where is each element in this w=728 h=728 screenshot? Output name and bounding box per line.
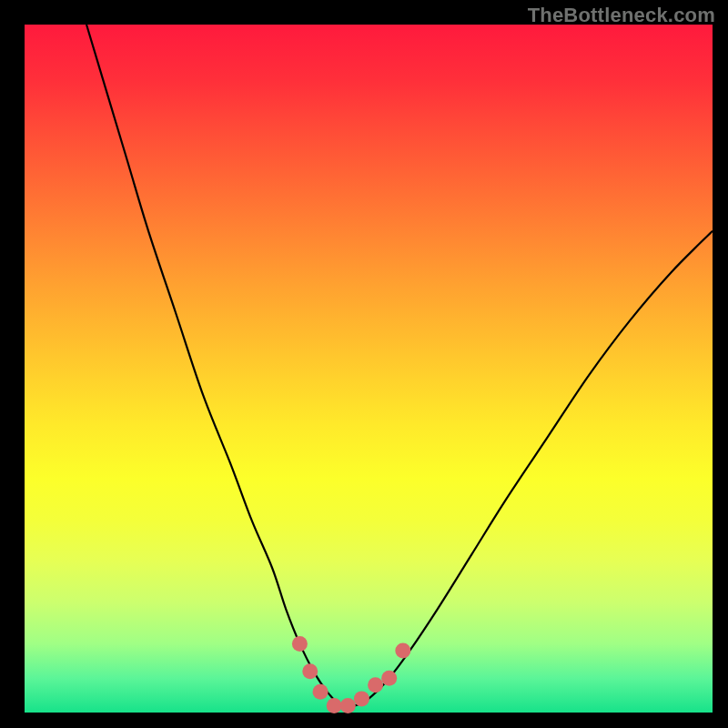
bottleneck-dot [381,671,397,686]
bottleneck-dot [368,677,383,693]
bottleneck-dot [354,691,369,706]
chart-svg [25,25,713,713]
bottleneck-curve [86,25,713,707]
bottleneck-dot [292,636,308,652]
bottleneck-dot [302,663,318,679]
plot-area [25,25,713,713]
bottleneck-dots [292,636,410,713]
chart-frame: TheBottleneck.com [0,0,728,728]
bottleneck-dot [395,642,410,658]
bottleneck-dot [327,698,342,713]
bottleneck-dot [340,698,356,713]
bottleneck-dot [313,684,329,700]
